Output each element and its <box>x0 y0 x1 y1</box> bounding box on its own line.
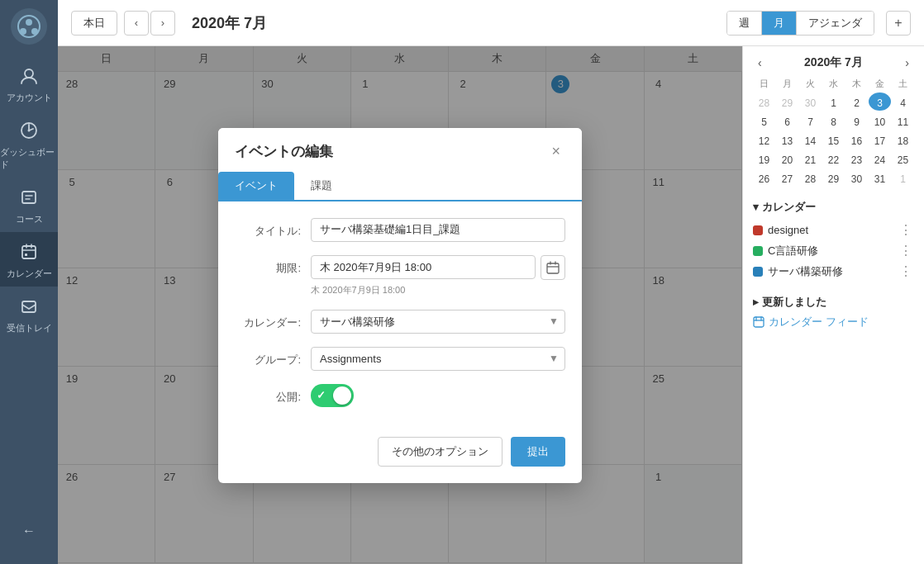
toggle-check-icon: ✓ <box>317 389 326 401</box>
mini-day-12[interactable]: 12 <box>753 130 775 149</box>
group-label: グループ: <box>235 347 301 367</box>
mini-day-9[interactable]: 9 <box>845 111 868 130</box>
sidebar-item-inbox[interactable]: 受信トレイ <box>0 287 58 341</box>
mini-calendar: ‹ 2020年 7月 › 日 月 火 水 木 金 土 28 29 30 1 <box>753 55 914 187</box>
svg-point-4 <box>25 69 33 78</box>
mini-prev-button[interactable]: ‹ <box>753 55 767 71</box>
sidebar-collapse[interactable]: ← <box>16 511 42 551</box>
mini-day-14[interactable]: 14 <box>799 130 822 149</box>
modal-title: イベントの編集 <box>235 142 333 161</box>
server-menu-button[interactable]: ⋮ <box>898 263 914 279</box>
mini-day-25[interactable]: 25 <box>892 149 914 168</box>
mini-day-27[interactable]: 27 <box>776 168 798 187</box>
today-button[interactable]: 本日 <box>71 11 117 36</box>
calendar-area: 日 月 火 水 木 金 土 28 29 30 1 2 3 4 5 6 7 <box>58 46 924 564</box>
date-picker-button[interactable] <box>541 255 565 280</box>
group-select[interactable]: Assignments None <box>311 347 565 371</box>
mini-day-18[interactable]: 18 <box>892 130 914 149</box>
prev-button[interactable]: ‹ <box>124 11 149 36</box>
sidebar-item-dashboard[interactable]: ダッシュボード <box>0 111 58 178</box>
mini-day-19[interactable]: 19 <box>753 149 775 168</box>
deadline-input[interactable] <box>311 255 536 279</box>
mini-day-8[interactable]: 8 <box>822 111 845 130</box>
view-agenda-button[interactable]: アジェンダ <box>796 12 874 35</box>
mini-day-28[interactable]: 28 <box>799 168 822 187</box>
mini-next-button[interactable]: › <box>900 55 914 71</box>
calendar-item-designet-label: designet <box>768 224 893 236</box>
calendar-label: カレンダー: <box>235 310 301 330</box>
modal-close-button[interactable]: × <box>546 141 565 162</box>
mini-day-13[interactable]: 13 <box>776 130 798 149</box>
mini-day-31[interactable]: 31 <box>869 168 891 187</box>
mini-day-28p[interactable]: 28 <box>753 92 775 111</box>
right-panel: ‹ 2020年 7月 › 日 月 火 水 木 金 土 28 29 30 1 <box>742 46 924 564</box>
public-toggle[interactable]: ✓ <box>311 384 354 407</box>
view-month-button[interactable]: 月 <box>761 12 796 35</box>
mini-day-15[interactable]: 15 <box>822 130 845 149</box>
mini-day-11[interactable]: 11 <box>892 111 914 130</box>
sidebar-item-inbox-label: 受信トレイ <box>7 322 52 334</box>
mini-day-21[interactable]: 21 <box>799 149 822 168</box>
modal-footer: その他のオプション 提出 <box>218 437 582 483</box>
modal-overlay: イベントの編集 × イベント 課題 タイトル: <box>58 46 742 564</box>
mini-day-6[interactable]: 6 <box>776 111 798 130</box>
svg-rect-8 <box>22 246 36 258</box>
svg-point-6 <box>28 130 31 132</box>
modal-tabs: イベント 課題 <box>218 172 582 201</box>
calendar-icon <box>16 239 42 265</box>
inbox-icon <box>16 293 42 320</box>
app-logo[interactable] <box>11 8 47 45</box>
mini-day-4[interactable]: 4 <box>892 92 914 111</box>
deadline-label: 期限: <box>235 255 301 276</box>
sidebar-item-calendar[interactable]: カレンダー <box>0 232 58 287</box>
tab-assignment[interactable]: 課題 <box>294 172 349 200</box>
mini-day-10[interactable]: 10 <box>869 111 891 130</box>
mini-day-29[interactable]: 29 <box>822 168 845 187</box>
sidebar-item-courses[interactable]: コース <box>0 178 58 232</box>
calendar-title: 2020年 7月 <box>192 13 267 33</box>
mini-day-1[interactable]: 1 <box>822 92 845 111</box>
mini-day-30[interactable]: 30 <box>845 168 868 187</box>
mini-day-26[interactable]: 26 <box>753 168 775 187</box>
mini-day-5[interactable]: 5 <box>753 111 775 130</box>
sidebar-item-calendar-label: カレンダー <box>7 268 52 280</box>
more-options-button[interactable]: その他のオプション <box>378 437 502 467</box>
calendar-item-designet[interactable]: designet ⋮ <box>753 220 914 240</box>
view-week-button[interactable]: 週 <box>727 12 761 35</box>
mini-day-20[interactable]: 20 <box>776 149 798 168</box>
deadline-hint: 木 2020年7月9日 18:00 <box>311 284 565 296</box>
submit-button[interactable]: 提出 <box>511 437 565 467</box>
svg-rect-12 <box>754 317 764 327</box>
add-event-button[interactable]: + <box>886 11 911 36</box>
clang-menu-button[interactable]: ⋮ <box>898 243 914 258</box>
mini-day-22[interactable]: 22 <box>822 149 845 168</box>
mini-day-17[interactable]: 17 <box>869 130 891 149</box>
nav-arrows: ‹ › <box>124 11 175 36</box>
mini-day-1n[interactable]: 1 <box>892 168 914 187</box>
svg-rect-9 <box>25 254 27 256</box>
calendar-item-clang[interactable]: C言語研修 ⋮ <box>753 240 914 261</box>
title-input[interactable] <box>311 218 565 242</box>
next-button[interactable]: › <box>150 11 175 36</box>
svg-point-2 <box>20 28 26 35</box>
mini-day-2[interactable]: 2 <box>845 92 868 111</box>
mini-cal-grid: 日 月 火 水 木 金 土 28 29 30 1 2 3 4 5 <box>753 76 914 187</box>
public-label: 公開: <box>235 384 301 405</box>
calendar-row: カレンダー: designet C言語研修 サーバ構築研修 ▼ <box>235 310 565 334</box>
mini-day-23[interactable]: 23 <box>845 149 868 168</box>
calendar-feed-link[interactable]: カレンダー フィード <box>753 315 914 329</box>
mini-day-29p[interactable]: 29 <box>776 92 798 111</box>
calendar-select[interactable]: designet C言語研修 サーバ構築研修 <box>311 310 565 334</box>
sidebar-item-account[interactable]: アカウント <box>0 56 58 111</box>
mini-day-7[interactable]: 7 <box>799 111 822 130</box>
designet-menu-button[interactable]: ⋮ <box>898 222 914 238</box>
updates-heading: ▸ 更新しました <box>753 295 914 310</box>
mini-day-30p[interactable]: 30 <box>799 92 822 111</box>
calendars-section: ▾ カレンダー designet ⋮ C言語研修 ⋮ サーバ構築研修 ⋮ <box>753 200 914 282</box>
sidebar-item-dashboard-label: ダッシュボード <box>0 146 58 171</box>
mini-day-3[interactable]: 3 <box>869 92 891 111</box>
mini-day-16[interactable]: 16 <box>845 130 868 149</box>
tab-event[interactable]: イベント <box>218 172 294 200</box>
mini-day-24[interactable]: 24 <box>869 149 891 168</box>
calendar-item-server[interactable]: サーバ構築研修 ⋮ <box>753 261 914 282</box>
